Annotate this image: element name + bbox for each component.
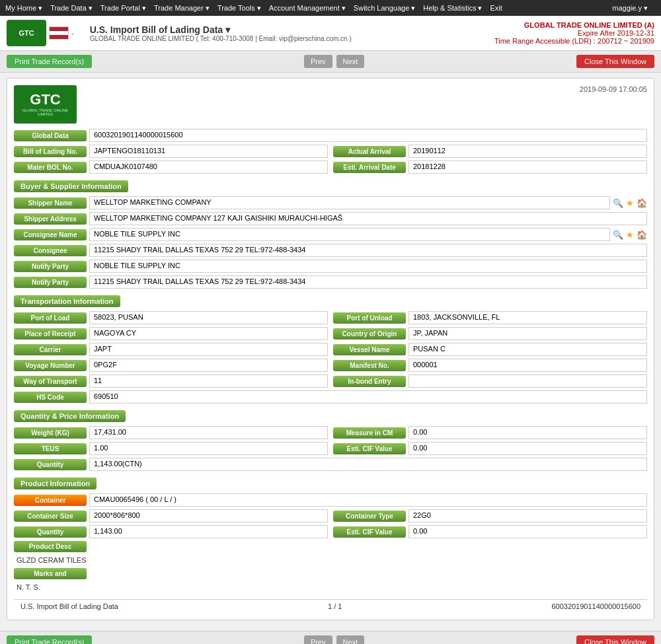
- container-label: Container: [14, 495, 87, 506]
- carrier-value: JAPT: [89, 343, 328, 356]
- us-flag: [49, 26, 69, 40]
- print-button-bottom[interactable]: Print Trade Record(s): [7, 635, 92, 644]
- teus-label: TEUS: [14, 443, 87, 454]
- bol-row: Bill of Lading No. JAPTENGO18110131 Actu…: [14, 145, 647, 158]
- nav-myhome[interactable]: My Home ▾: [5, 4, 42, 13]
- container-type-value: 22G0: [408, 509, 647, 522]
- close-button-bottom[interactable]: Close This Window: [576, 635, 654, 644]
- home-icon[interactable]: 🏠: [637, 198, 647, 208]
- nav-accountmgmt[interactable]: Account Management ▾: [269, 4, 346, 13]
- marks-label: Marks and: [14, 568, 87, 579]
- manifest-no-value: 000001: [408, 359, 647, 372]
- search-icon[interactable]: 🔍: [613, 198, 623, 208]
- user-menu[interactable]: maggie.y ▾: [612, 4, 648, 13]
- weight-row: Weight (KG) 17,431.00 Measure in CM 0.00: [14, 426, 647, 439]
- place-receipt-value: NAGOYA CY: [89, 327, 328, 340]
- consignee-label: Consignee: [14, 245, 87, 256]
- product-quantity-row: Quantity 1,143.00 Esti. CIF Value 0.00: [14, 525, 647, 538]
- product-desc-value: GLZD CERAM TILES: [14, 555, 647, 565]
- star-icon[interactable]: ★: [626, 198, 634, 208]
- close-button-top[interactable]: Close This Window: [576, 55, 654, 68]
- shipper-address-value: WELLTOP MARKETING COMPANY 127 KAJI GAISH…: [89, 212, 647, 225]
- voyage-number-label: Voyage Number: [14, 360, 87, 371]
- prev-button-bottom[interactable]: Prev: [304, 635, 332, 644]
- esti-arrival-label: Esti. Arrival Date: [333, 162, 406, 173]
- shipper-name-value: WELLTOP MARKETING COMPANY: [89, 196, 610, 209]
- next-button-top[interactable]: Next: [336, 55, 365, 68]
- bol-value: JAPTENGO18110131: [89, 145, 328, 158]
- nav-tradetools[interactable]: Trade Tools ▾: [217, 4, 261, 13]
- notify-party-value: NOBLE TILE SUPPLY INC: [89, 260, 647, 273]
- container-size-label: Container Size: [14, 511, 87, 522]
- company-name: GLOBAL TRADE ONLINE LIMITED (A): [494, 21, 654, 29]
- esti-arrival-value: 20181228: [408, 161, 647, 174]
- product-quantity-value: 1,143.00: [89, 525, 328, 538]
- nav-exit[interactable]: Exit: [490, 4, 502, 12]
- footer-label: U.S. Import Bill of Lading Data: [20, 602, 118, 610]
- gtc-logo: GTC: [7, 20, 46, 46]
- mater-bol-label: Mater BOL No.: [14, 162, 87, 173]
- quantity-value: 1,143.00(CTN): [89, 458, 647, 471]
- product-desc-label-row: Product Desc: [14, 541, 647, 552]
- in-bond-label: In-bond Entry: [333, 376, 406, 387]
- nav-switchlang[interactable]: Switch Language ▾: [354, 4, 415, 13]
- print-button-top[interactable]: Print Trade Record(s): [7, 55, 92, 68]
- page-header: GTC - U.S. Import Bill of Lading Data ▾ …: [0, 16, 661, 51]
- time-range: Time Range Accessible (LDR) : 200712 ~ 2…: [494, 37, 654, 45]
- shipper-address-row: Shipper Address WELLTOP MARKETING COMPAN…: [14, 212, 647, 225]
- notify-party2-label: Notify Party: [14, 277, 87, 288]
- notify-party-label: Notify Party: [14, 261, 87, 272]
- shipper-address-label: Shipper Address: [14, 213, 87, 225]
- shipper-name-icons: 🔍 ★ 🏠: [613, 198, 647, 208]
- country-origin-value: JP, JAPAN: [408, 327, 647, 340]
- consignee-name-icons: 🔍 ★ 🏠: [613, 230, 647, 240]
- consignee-star-icon[interactable]: ★: [626, 230, 634, 240]
- voyage-number-value: 0PG2F: [89, 359, 328, 372]
- transportation-section: Transportation Information Port of Load …: [14, 295, 647, 404]
- page-title: U.S. Import Bill of Lading Data ▾: [90, 24, 494, 35]
- page-info: 1 / 1: [118, 602, 551, 610]
- nav-trademanager[interactable]: Trade Manager ▾: [154, 4, 210, 13]
- doc-header: GTC GLOBAL TRADE ONLINE LIMITED 2019-09-…: [14, 85, 647, 124]
- expire-info: Expire After 2019-12-31: [494, 29, 654, 37]
- teus-row: TEUS 1.00 Esti. CIF Value 0.00: [14, 442, 647, 455]
- esti-cif-value: 0.00: [408, 442, 647, 455]
- logo-area: GTC -: [7, 20, 74, 46]
- footer-record-id: 6003201901140000015600: [551, 602, 641, 610]
- marks-value: N. T. S.: [14, 582, 647, 592]
- manifest-no-label: Manifest No.: [333, 360, 406, 371]
- port-unload-label: Port of Unload: [333, 312, 406, 324]
- way-transport-label: Way of Transport: [14, 376, 87, 387]
- product-quantity-label: Quantity: [14, 526, 87, 538]
- consignee-home-icon[interactable]: 🏠: [637, 230, 647, 240]
- notify-party-row: Notify Party NOBLE TILE SUPPLY INC: [14, 260, 647, 273]
- carrier-label: Carrier: [14, 344, 87, 355]
- weight-value: 17,431.00: [89, 426, 328, 439]
- global-data-value: 6003201901140000015600: [89, 129, 647, 142]
- consignee-search-icon[interactable]: 🔍: [613, 230, 623, 240]
- prev-button-top[interactable]: Prev: [304, 55, 332, 68]
- nav-tradedata[interactable]: Trade Data ▾: [50, 4, 93, 13]
- bol-label: Bill of Lading No.: [14, 146, 87, 157]
- doc-timestamp: 2019-09-09 17:00:05: [580, 85, 647, 93]
- container-size-row: Container Size 2000*806*800 Container Ty…: [14, 509, 647, 522]
- teus-value: 1.00: [89, 442, 328, 455]
- esti-cif-label: Esti. CIF Value: [333, 443, 406, 454]
- weight-label: Weight (KG): [14, 427, 87, 439]
- consignee-name-value: NOBLE TILE SUPPLY INC: [89, 228, 610, 241]
- nav-help[interactable]: Help & Statistics ▾: [423, 4, 482, 13]
- header-right: GLOBAL TRADE ONLINE LIMITED (A) Expire A…: [494, 21, 654, 45]
- hs-code-label: HS Code: [14, 392, 87, 403]
- nav-tradeportal[interactable]: Trade Portal ▾: [100, 4, 146, 13]
- hs-code-value: 690510: [89, 390, 647, 404]
- product-section: Product Information Container CMAU006549…: [14, 478, 647, 592]
- top-navigation: My Home ▾ Trade Data ▾ Trade Portal ▾ Tr…: [0, 0, 661, 16]
- hs-code-row: HS Code 690510: [14, 390, 647, 404]
- next-button-bottom[interactable]: Next: [336, 635, 365, 644]
- mater-bol-value: CMDUAJK0107480: [89, 161, 328, 174]
- flag-separator: -: [71, 29, 74, 37]
- shipper-name-label: Shipper Name: [14, 197, 87, 209]
- header-info: U.S. Import Bill of Lading Data ▾ GLOBAL…: [90, 24, 494, 42]
- header-subtitle: GLOBAL TRADE ONLINE LIMITED ( Tel: 400-7…: [90, 35, 494, 42]
- place-receipt-row: Place of Receipt NAGOYA CY Country of Or…: [14, 327, 647, 340]
